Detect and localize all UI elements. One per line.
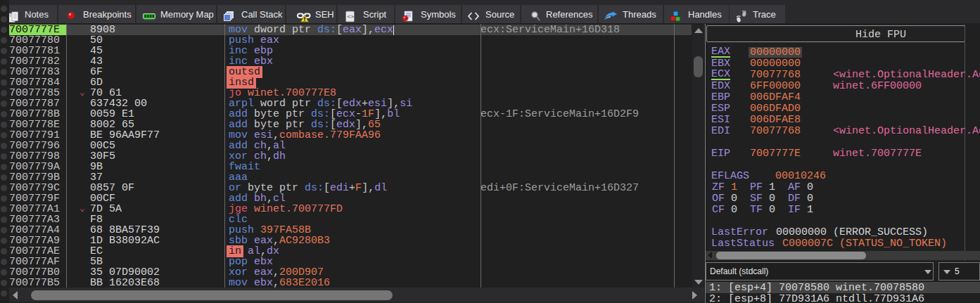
svg-text:<>: <> <box>347 13 354 20</box>
